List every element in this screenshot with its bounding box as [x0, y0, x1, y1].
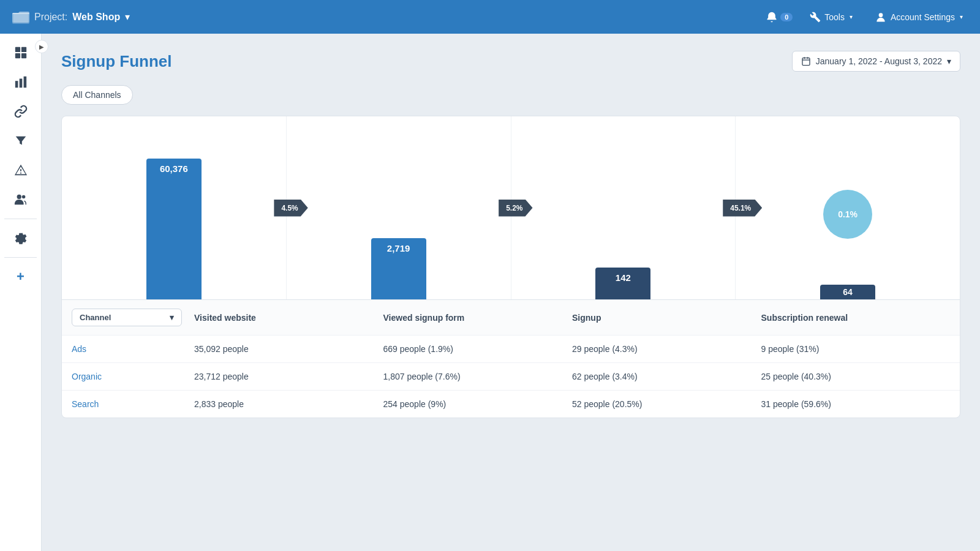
sidebar-item-funnel[interactable] [8, 128, 34, 154]
account-settings-button[interactable]: Account Settings ▾ [870, 9, 968, 26]
ads-link[interactable]: Ads [72, 344, 86, 354]
svg-rect-13 [802, 58, 810, 66]
svg-point-3 [879, 13, 883, 17]
arrow-3-label: 45.1% [730, 204, 751, 212]
top-nav: Project: Web Shop ▾ 0 Tools ▾ Account Se… [0, 0, 980, 34]
add-label: + [17, 269, 24, 285]
wrench-icon [810, 12, 821, 23]
row-channel-ads: Ads [72, 344, 194, 354]
th-signup: Signup [572, 313, 761, 323]
arrow-2-label: 5.2% [506, 204, 522, 212]
arrow-badge-3: 45.1% [723, 200, 762, 217]
account-settings-label: Account Settings [891, 12, 955, 22]
topnav-right: 0 Tools ▾ Account Settings ▾ [766, 9, 968, 26]
bar-visited-label: 60,376 [160, 163, 188, 174]
bar-renewal-label: 64 [843, 287, 853, 297]
bubble-renewal: 0.1% [823, 190, 872, 239]
arrow-1-label: 4.5% [281, 204, 298, 212]
th-visited: Visited website [194, 313, 383, 323]
ads-signup: 29 people (4.3%) [572, 344, 761, 354]
bar-viewed: 2,719 [371, 238, 426, 299]
organic-visited: 23,712 people [194, 372, 383, 381]
th-renewal: Subscription renewal [761, 313, 951, 323]
search-link[interactable]: Search [72, 399, 99, 409]
search-visited: 2,833 people [194, 399, 383, 409]
ads-renewal: 9 people (31%) [761, 344, 951, 354]
tools-button[interactable]: Tools ▾ [805, 9, 858, 25]
table-row: Search 2,833 people 254 people (9%) 52 p… [62, 391, 960, 418]
users-icon [14, 193, 28, 206]
bar-visited: 60,376 [146, 159, 202, 299]
project-label: Project: [34, 12, 67, 23]
dashboard-icon [14, 46, 28, 59]
channel-select-wrap[interactable]: Channel ▾ [72, 309, 194, 326]
gear-icon [14, 231, 28, 245]
table-header: Channel ▾ Visited website Viewed signup … [62, 300, 960, 335]
link-icon [14, 105, 28, 118]
sidebar-item-users[interactable] [8, 187, 34, 212]
account-dropdown-icon: ▾ [960, 13, 963, 20]
svg-rect-8 [15, 81, 18, 88]
sidebar-item-settings[interactable] [8, 225, 34, 251]
notification-badge: 0 [780, 13, 793, 21]
date-range-value: January 1, 2022 - August 3, 2022 [816, 56, 942, 66]
date-range-picker[interactable]: January 1, 2022 - August 3, 2022 ▾ [792, 51, 960, 72]
search-renewal: 31 people (59.6%) [761, 399, 951, 409]
main-content: Signup Funnel January 1, 2022 - August 3… [42, 34, 980, 551]
sidebar-item-analytics[interactable] [8, 69, 34, 95]
bubble-label: 0.1% [838, 209, 858, 219]
organic-link[interactable]: Organic [72, 372, 102, 381]
channels-bar: All Channels [61, 85, 960, 105]
sidebar-item-links[interactable] [8, 99, 34, 124]
sidebar-divider-2 [4, 257, 37, 258]
chart-col-signup: 142 45.1% [511, 116, 736, 299]
chart-col-visited: 60,376 4.5% [62, 116, 287, 299]
row-channel-search: Search [72, 399, 194, 409]
organic-signup: 62 people (3.4%) [572, 372, 761, 381]
folder-icon [12, 10, 29, 24]
bar-viewed-label: 2,719 [387, 243, 410, 253]
bell-icon [766, 11, 778, 23]
svg-rect-7 [21, 53, 26, 58]
bar-signup-label: 142 [616, 272, 631, 283]
sidebar-toggle[interactable]: ▶ [35, 40, 48, 53]
chart-col-renewal: 0.1% 64 [736, 116, 960, 299]
bar-signup: 142 [595, 268, 650, 299]
th-viewed: Viewed signup form [383, 313, 573, 323]
sidebar-item-alerts[interactable] [8, 157, 34, 183]
search-viewed: 254 people (9%) [383, 399, 573, 409]
page-title: Signup Funnel [61, 52, 172, 71]
bar-chart-icon [14, 75, 28, 89]
svg-rect-4 [15, 47, 20, 52]
funnel-chart: 60,376 4.5% 2,719 [62, 116, 960, 300]
sidebar: ▶ [0, 34, 42, 551]
calendar-icon [801, 56, 811, 66]
notifications-button[interactable]: 0 [766, 11, 793, 23]
arrow-badge-1: 4.5% [274, 200, 307, 217]
table-row: Ads 35,092 people 669 people (1.9%) 29 p… [62, 335, 960, 363]
alert-icon [14, 163, 28, 177]
chart-col-viewed: 2,719 5.2% [287, 116, 511, 299]
svg-point-12 [21, 195, 25, 199]
account-icon [875, 11, 887, 23]
channel-select-label: Channel [80, 313, 111, 322]
funnel-table: Channel ▾ Visited website Viewed signup … [62, 300, 960, 418]
sidebar-item-dashboard[interactable] [8, 40, 34, 66]
project-dropdown-icon: ▾ [125, 11, 130, 23]
organic-renewal: 25 people (40.3%) [761, 372, 951, 381]
project-selector[interactable]: Project: Web Shop ▾ [12, 10, 130, 24]
svg-rect-2 [13, 14, 28, 23]
svg-point-11 [17, 195, 21, 199]
tools-dropdown-icon: ▾ [850, 13, 853, 20]
main-layout: ▶ [0, 34, 980, 551]
svg-rect-5 [21, 47, 26, 52]
ads-visited: 35,092 people [194, 344, 383, 354]
row-channel-organic: Organic [72, 372, 194, 381]
search-signup: 52 people (20.5%) [572, 399, 761, 409]
all-channels-tab[interactable]: All Channels [61, 85, 133, 105]
sidebar-item-add[interactable]: + [8, 264, 34, 290]
funnel-icon [14, 134, 28, 148]
channel-dropdown[interactable]: Channel ▾ [72, 309, 182, 326]
svg-rect-6 [15, 53, 20, 58]
page-header: Signup Funnel January 1, 2022 - August 3… [61, 51, 960, 72]
